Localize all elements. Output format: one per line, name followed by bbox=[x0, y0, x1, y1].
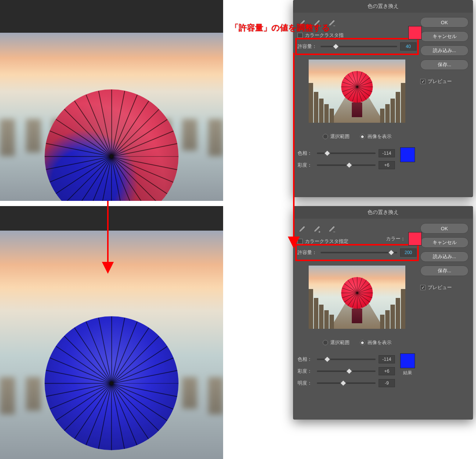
hue-label: 色相： bbox=[298, 356, 314, 363]
lightness-label: 明度： bbox=[298, 380, 314, 386]
saturation-input[interactable]: +6 bbox=[379, 367, 395, 375]
color-cluster-label: カラークラスタ指 bbox=[305, 32, 344, 39]
canvas-image-bottom bbox=[0, 231, 223, 459]
load-button[interactable]: 読み込み... bbox=[420, 45, 469, 56]
hue-slider[interactable] bbox=[317, 153, 376, 154]
canvas-area-bottom bbox=[0, 206, 223, 459]
eyedropper-add-icon[interactable]: + bbox=[313, 225, 321, 233]
ok-button[interactable]: OK bbox=[420, 223, 469, 234]
tolerance-slider[interactable] bbox=[321, 46, 397, 47]
radio-selection[interactable]: 選択範囲 bbox=[323, 339, 350, 346]
saturation-slider[interactable] bbox=[317, 164, 376, 166]
hue-label: 色相： bbox=[298, 150, 314, 157]
cancel-button[interactable]: キャンセル bbox=[420, 237, 469, 248]
canvas-area-top bbox=[0, 0, 223, 201]
replace-color-dialog-2: 色の置き換え + − カラークラスタ指定 許容量： 200 bbox=[293, 206, 473, 420]
saturation-label: 彩度： bbox=[298, 368, 314, 375]
tolerance-input[interactable]: 40 bbox=[400, 42, 416, 51]
canvas-image-top bbox=[0, 33, 223, 201]
tolerance-input[interactable]: 200 bbox=[400, 248, 416, 257]
save-button[interactable]: 保存... bbox=[420, 60, 469, 70]
eyedropper-icon[interactable] bbox=[298, 225, 306, 233]
hue-input[interactable]: -114 bbox=[379, 355, 395, 363]
result-color-swatch[interactable] bbox=[400, 353, 415, 368]
eyedropper-add-icon[interactable]: + bbox=[313, 19, 321, 27]
tolerance-label: 許容量： bbox=[298, 43, 318, 50]
load-button[interactable]: 読み込み... bbox=[420, 251, 469, 262]
preview-thumbnail bbox=[309, 266, 405, 329]
color-cluster-checkbox[interactable] bbox=[298, 33, 303, 38]
eyedropper-subtract-icon[interactable]: − bbox=[328, 19, 336, 27]
radio-selection[interactable]: 選択範囲 bbox=[323, 133, 350, 140]
tolerance-slider[interactable] bbox=[321, 252, 397, 253]
eyedropper-icon[interactable] bbox=[298, 19, 306, 27]
lightness-slider[interactable] bbox=[317, 382, 376, 384]
preview-checkbox[interactable] bbox=[420, 285, 425, 290]
replace-color-dialog-1: 色の置き換え + − カラークラスタ指 許容量： 40 bbox=[293, 0, 473, 197]
color-label: カラー： bbox=[386, 235, 405, 242]
saturation-slider[interactable] bbox=[317, 370, 376, 372]
tolerance-label: 許容量： bbox=[298, 249, 318, 256]
source-color-swatch[interactable] bbox=[408, 26, 422, 39]
cancel-button[interactable]: キャンセル bbox=[420, 31, 469, 42]
umbrella-mixed bbox=[45, 89, 178, 201]
lightness-input[interactable]: -9 bbox=[379, 379, 395, 387]
radio-show-image[interactable]: 画像を表示 bbox=[360, 339, 392, 346]
result-color-swatch[interactable] bbox=[400, 147, 415, 162]
preview-thumbnail bbox=[309, 60, 405, 123]
umbrella-blue bbox=[45, 316, 178, 450]
eyedropper-subtract-icon[interactable]: − bbox=[328, 225, 336, 233]
preview-label: プレビュー bbox=[428, 78, 452, 85]
radio-show-image[interactable]: 画像を表示 bbox=[360, 133, 392, 140]
color-cluster-checkbox[interactable] bbox=[298, 239, 303, 244]
save-button[interactable]: 保存... bbox=[420, 266, 469, 276]
ok-button[interactable]: OK bbox=[420, 17, 469, 28]
hue-input[interactable]: -114 bbox=[379, 149, 395, 157]
result-label: 結果 bbox=[403, 370, 412, 376]
dialog-title: 色の置き換え bbox=[293, 206, 473, 219]
preview-checkbox[interactable] bbox=[420, 79, 425, 84]
dialog-title: 色の置き換え bbox=[293, 0, 473, 13]
preview-label: プレビュー bbox=[428, 284, 452, 291]
color-cluster-label: カラークラスタ指定 bbox=[305, 238, 348, 245]
source-color-swatch[interactable] bbox=[408, 232, 422, 245]
canvas-toolbar bbox=[0, 0, 223, 33]
saturation-label: 彩度： bbox=[298, 162, 314, 168]
hue-slider[interactable] bbox=[317, 359, 376, 360]
saturation-input[interactable]: +6 bbox=[379, 161, 395, 169]
canvas-toolbar bbox=[0, 206, 223, 231]
